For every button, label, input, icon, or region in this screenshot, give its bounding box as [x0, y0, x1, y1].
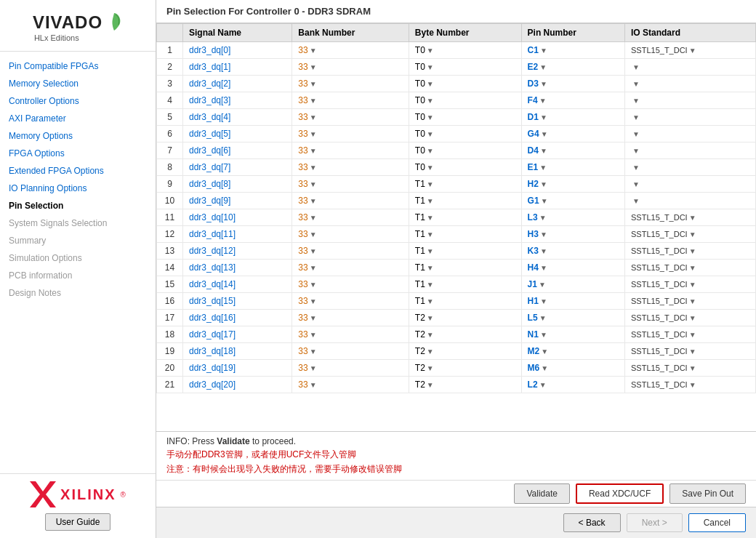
- row-signal[interactable]: ddr3_dq[5]: [183, 126, 292, 142]
- io-dropdown-arrow[interactable]: ▼: [689, 230, 696, 238]
- row-pin[interactable]: N1 ▼: [521, 326, 624, 343]
- row-signal[interactable]: ddr3_dq[16]: [183, 310, 292, 326]
- row-byte[interactable]: T1 ▼: [409, 209, 521, 226]
- io-dropdown-arrow-empty[interactable]: ▼: [632, 180, 640, 188]
- row-bank[interactable]: 33 ▼: [292, 126, 409, 142]
- byte-dropdown-arrow[interactable]: ▼: [427, 80, 434, 88]
- pin-dropdown-arrow[interactable]: ▼: [539, 164, 547, 172]
- sidebar-item-axi-parameter[interactable]: AXI Parameter: [0, 110, 156, 127]
- row-signal[interactable]: ddr3_dq[20]: [183, 377, 292, 393]
- bank-dropdown-arrow[interactable]: ▼: [310, 264, 317, 272]
- row-pin[interactable]: H2 ▼: [521, 176, 624, 193]
- pin-dropdown-arrow[interactable]: ▼: [541, 197, 548, 205]
- byte-dropdown-arrow[interactable]: ▼: [427, 63, 434, 71]
- row-bank[interactable]: 33 ▼: [292, 193, 409, 209]
- row-io[interactable]: ▼: [625, 142, 756, 159]
- row-signal[interactable]: ddr3_dq[18]: [183, 343, 292, 360]
- io-dropdown-arrow[interactable]: ▼: [689, 297, 696, 305]
- byte-dropdown-arrow[interactable]: ▼: [427, 348, 434, 356]
- row-bank[interactable]: 33 ▼: [292, 176, 409, 193]
- bank-dropdown-arrow[interactable]: ▼: [310, 214, 317, 222]
- pin-dropdown-arrow[interactable]: ▼: [539, 314, 547, 322]
- io-dropdown-arrow-empty[interactable]: ▼: [632, 97, 640, 105]
- sidebar-item-memory-selection[interactable]: Memory Selection: [0, 75, 156, 92]
- row-byte[interactable]: T1 ▼: [409, 193, 521, 209]
- pin-dropdown-arrow[interactable]: ▼: [540, 230, 547, 238]
- row-io[interactable]: SSTL15_T_DCI ▼: [625, 293, 756, 310]
- row-bank[interactable]: 33 ▼: [292, 92, 409, 109]
- row-io[interactable]: ▼: [625, 59, 756, 76]
- row-signal[interactable]: ddr3_dq[13]: [183, 260, 292, 276]
- pin-dropdown-arrow[interactable]: ▼: [540, 47, 547, 55]
- pin-dropdown-arrow[interactable]: ▼: [541, 348, 548, 356]
- row-pin[interactable]: L2 ▼: [521, 377, 624, 393]
- io-dropdown-arrow-empty[interactable]: ▼: [632, 80, 640, 88]
- row-signal[interactable]: ddr3_dq[11]: [183, 226, 292, 243]
- row-bank[interactable]: 33 ▼: [292, 42, 409, 59]
- row-bank[interactable]: 33 ▼: [292, 360, 409, 377]
- row-signal[interactable]: ddr3_dq[7]: [183, 159, 292, 176]
- sidebar-item-extended-fpga-options[interactable]: Extended FPGA Options: [0, 162, 156, 180]
- row-io[interactable]: ▼: [625, 109, 756, 126]
- sidebar-item-memory-options[interactable]: Memory Options: [0, 127, 156, 145]
- read-xdc-button[interactable]: Read XDC/UCF: [576, 483, 664, 504]
- row-pin[interactable]: G4 ▼: [521, 126, 624, 142]
- row-io[interactable]: ▼: [625, 193, 756, 209]
- row-bank[interactable]: 33 ▼: [292, 377, 409, 393]
- pin-selection-table-container[interactable]: Signal Name Bank Number Byte Number Pin …: [156, 23, 756, 431]
- row-io[interactable]: SSTL15_T_DCI ▼: [625, 343, 756, 360]
- row-byte[interactable]: T2 ▼: [409, 310, 521, 326]
- sidebar-item-fpga-options[interactable]: FPGA Options: [0, 145, 156, 162]
- row-pin[interactable]: D4 ▼: [521, 142, 624, 159]
- row-bank[interactable]: 33 ▼: [292, 260, 409, 276]
- row-io[interactable]: SSTL15_T_DCI ▼: [625, 209, 756, 226]
- bank-dropdown-arrow[interactable]: ▼: [310, 247, 317, 255]
- pin-dropdown-arrow[interactable]: ▼: [539, 214, 547, 222]
- row-byte[interactable]: T2 ▼: [409, 377, 521, 393]
- row-byte[interactable]: T1 ▼: [409, 293, 521, 310]
- pin-dropdown-arrow[interactable]: ▼: [541, 364, 548, 372]
- row-io[interactable]: SSTL15_T_DCI ▼: [625, 42, 756, 59]
- byte-dropdown-arrow[interactable]: ▼: [427, 314, 434, 322]
- row-bank[interactable]: 33 ▼: [292, 293, 409, 310]
- row-signal[interactable]: ddr3_dq[8]: [183, 176, 292, 193]
- row-io[interactable]: ▼: [625, 176, 756, 193]
- io-dropdown-arrow[interactable]: ▼: [689, 381, 696, 389]
- byte-dropdown-arrow[interactable]: ▼: [427, 331, 434, 339]
- byte-dropdown-arrow[interactable]: ▼: [427, 264, 434, 272]
- row-pin[interactable]: H3 ▼: [521, 226, 624, 243]
- row-signal[interactable]: ddr3_dq[1]: [183, 59, 292, 76]
- row-pin[interactable]: D3 ▼: [521, 76, 624, 92]
- pin-dropdown-arrow[interactable]: ▼: [540, 180, 547, 188]
- io-dropdown-arrow[interactable]: ▼: [689, 331, 696, 339]
- row-pin[interactable]: E2 ▼: [521, 59, 624, 76]
- row-signal[interactable]: ddr3_dq[3]: [183, 92, 292, 109]
- row-pin[interactable]: K3 ▼: [521, 243, 624, 260]
- row-byte[interactable]: T2 ▼: [409, 343, 521, 360]
- row-byte[interactable]: T1 ▼: [409, 276, 521, 293]
- byte-dropdown-arrow[interactable]: ▼: [427, 364, 434, 372]
- io-dropdown-arrow-empty[interactable]: ▼: [632, 63, 640, 71]
- row-bank[interactable]: 33 ▼: [292, 226, 409, 243]
- row-bank[interactable]: 33 ▼: [292, 142, 409, 159]
- row-signal[interactable]: ddr3_dq[17]: [183, 326, 292, 343]
- row-io[interactable]: SSTL15_T_DCI ▼: [625, 276, 756, 293]
- row-pin[interactable]: J1 ▼: [521, 276, 624, 293]
- row-byte[interactable]: T0 ▼: [409, 76, 521, 92]
- byte-dropdown-arrow[interactable]: ▼: [427, 230, 434, 238]
- pin-dropdown-arrow[interactable]: ▼: [539, 381, 547, 389]
- bank-dropdown-arrow[interactable]: ▼: [310, 331, 317, 339]
- row-byte[interactable]: T2 ▼: [409, 360, 521, 377]
- row-byte[interactable]: T2 ▼: [409, 326, 521, 343]
- row-io[interactable]: SSTL15_T_DCI ▼: [625, 360, 756, 377]
- row-pin[interactable]: M2 ▼: [521, 343, 624, 360]
- row-signal[interactable]: ddr3_dq[15]: [183, 293, 292, 310]
- bank-dropdown-arrow[interactable]: ▼: [310, 180, 317, 188]
- row-io[interactable]: SSTL15_T_DCI ▼: [625, 377, 756, 393]
- row-io[interactable]: SSTL15_T_DCI ▼: [625, 226, 756, 243]
- io-dropdown-arrow[interactable]: ▼: [689, 281, 696, 289]
- byte-dropdown-arrow[interactable]: ▼: [427, 197, 434, 205]
- bank-dropdown-arrow[interactable]: ▼: [310, 113, 317, 121]
- row-signal[interactable]: ddr3_dq[19]: [183, 360, 292, 377]
- io-dropdown-arrow[interactable]: ▼: [689, 348, 696, 356]
